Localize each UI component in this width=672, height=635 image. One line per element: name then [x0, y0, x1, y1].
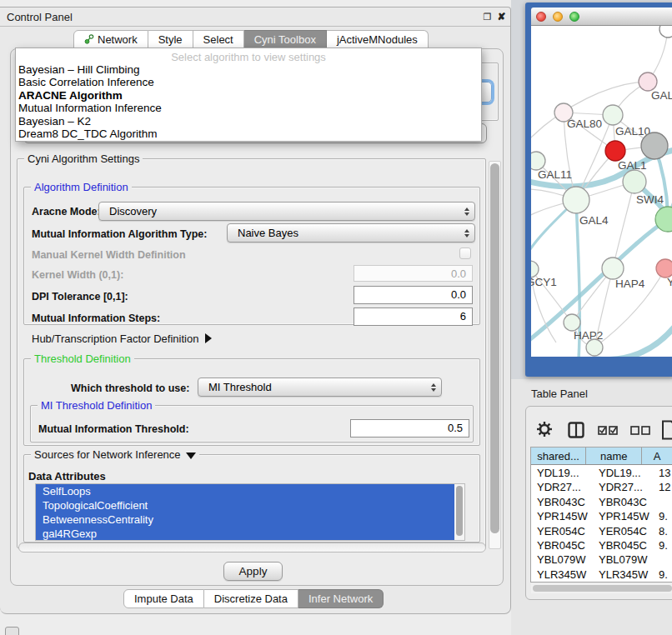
table-cell: YBR045C: [593, 538, 655, 552]
network-node-y[interactable]: [656, 259, 672, 278]
table-hscrollbar-thumb[interactable]: [533, 585, 672, 592]
control-panel-title: Control Panel: [7, 11, 73, 23]
tab-network[interactable]: Network: [73, 30, 148, 49]
network-node[interactable]: [586, 339, 603, 356]
dpi-tolerance-label: DPI Tolerance [0,1]:: [32, 291, 128, 302]
tab-cyni-toolbox[interactable]: Cyni Toolbox: [244, 30, 327, 49]
table-row[interactable]: YLR345WYLR345W9.: [531, 568, 672, 582]
gear-icon[interactable]: [537, 422, 552, 437]
data-attributes-list[interactable]: SelfLoopsTopologicalCoefficientBetweenne…: [35, 483, 465, 541]
mac-zoom-icon[interactable]: [569, 12, 579, 22]
column-header-shared[interactable]: shared...: [531, 448, 586, 464]
tab-discretize-data[interactable]: Discretize Data: [204, 589, 298, 608]
float-window-icon[interactable]: ❐: [482, 12, 493, 22]
settings-scrollbar-thumb[interactable]: [490, 163, 499, 533]
table-row[interactable]: YDR27...YDR27...12: [531, 480, 672, 494]
dpi-tolerance-field[interactable]: 0.0: [354, 286, 473, 304]
mac-minimize-icon[interactable]: [553, 12, 563, 22]
algorithm-popup-placeholder: Select algorithm to view settings: [16, 48, 481, 63]
kernel-width-label: Kernel Width (0,1):: [32, 269, 123, 281]
network-canvas[interactable]: GALGAL80GAL10GAL1GAL11SWI4GAL4GCY1HAP4YH…: [531, 26, 672, 357]
manual-kernel-label: Manual Kernel Width Definition: [32, 249, 186, 261]
algorithm-option[interactable]: ARACNE Algorithm: [16, 89, 481, 102]
kernel-width-field[interactable]: 0.0: [354, 265, 473, 282]
table-cell: 13: [655, 466, 672, 480]
table-row[interactable]: YDL19...YDL19...13: [531, 466, 672, 480]
table-cell: YBL079W: [531, 552, 593, 567]
network-edge[interactable]: [596, 322, 672, 357]
minimized-panel-chip[interactable]: [5, 627, 19, 635]
bottom-tabs: Impute DataDiscretize DataInfer Network: [123, 589, 384, 608]
table-row[interactable]: YPR145WYPR145W9.: [531, 509, 672, 523]
tab-infer-network[interactable]: Infer Network: [298, 589, 384, 608]
manual-kernel-checkbox[interactable]: [459, 248, 471, 259]
table-row[interactable]: YBR043CYBR043C: [531, 495, 672, 509]
table-cell: 8.: [655, 582, 672, 582]
attribute-item[interactable]: gal4RGexp: [36, 527, 455, 541]
network-node[interactable]: [659, 26, 672, 38]
mi-steps-label: Mutual Information Steps:: [32, 312, 160, 324]
table-cell: YBL079W: [593, 552, 655, 567]
tab-select[interactable]: Select: [193, 30, 244, 49]
column-header-name[interactable]: name: [586, 448, 642, 464]
document-icon[interactable]: [661, 420, 672, 440]
checked-boxes-icon[interactable]: [598, 426, 618, 436]
attribute-item[interactable]: SelfLoops: [36, 484, 455, 498]
tab-style[interactable]: Style: [148, 30, 193, 49]
attributes-scrollbar-thumb[interactable]: [456, 486, 463, 536]
algorithm-option[interactable]: Bayesian – Hill Climbing: [16, 63, 481, 76]
table-cell: 9.: [655, 509, 672, 523]
algorithm-option[interactable]: Bayesian – K2: [16, 115, 481, 128]
network-node-gal1[interactable]: [605, 141, 625, 161]
horizontal-scrollbar[interactable]: [18, 542, 486, 552]
tab-jactivemnodules[interactable]: jActiveMNodules: [327, 30, 429, 49]
table-row[interactable]: YIL052CYIL052C8.: [531, 582, 672, 582]
network-node-gal[interactable]: [639, 72, 657, 91]
table-row[interactable]: YBR045CYBR045C9.: [531, 538, 672, 552]
column-header-a[interactable]: A: [642, 448, 672, 464]
network-node-gal10[interactable]: [603, 105, 623, 125]
network-node-gal11[interactable]: [531, 152, 545, 170]
algorithm-option[interactable]: Mutual Information Inference: [16, 102, 481, 114]
combo-arrows-icon: [464, 229, 469, 238]
network-node-hap4[interactable]: [602, 258, 624, 279]
table-cell: 9.: [655, 568, 672, 582]
network-node-swi4[interactable]: [623, 170, 646, 193]
network-node-gal4[interactable]: [563, 187, 589, 213]
table-cell: YLR345W: [593, 568, 655, 582]
apply-button[interactable]: Apply: [223, 562, 283, 581]
which-threshold-combobox[interactable]: MI Threshold: [198, 378, 442, 397]
algorithm-option[interactable]: Dream8 DC_TDC Algorithm: [16, 128, 481, 140]
mi-threshold-definition-title: MI Threshold Definition: [38, 399, 155, 412]
close-window-icon[interactable]: ✘: [496, 12, 507, 22]
table-cell: [655, 552, 672, 567]
attribute-item[interactable]: BetweennessCentrality: [36, 512, 455, 527]
table-row[interactable]: YER054CYER054C8.: [531, 524, 672, 538]
columns-icon[interactable]: [568, 422, 584, 438]
mi-threshold-label: Mutual Information Threshold:: [38, 423, 189, 435]
algorithm-option[interactable]: Basic Correlation Inference: [16, 76, 481, 88]
table-cell: [655, 495, 672, 509]
mac-close-icon[interactable]: [536, 12, 546, 22]
table-cell: YER054C: [593, 524, 655, 538]
node-table[interactable]: shared...nameA YDL19...YDL19...13YDR27..…: [530, 447, 672, 582]
sources-title[interactable]: Sources for Network Inference: [31, 448, 199, 461]
mi-threshold-field[interactable]: 0.5: [350, 419, 469, 438]
network-node-gcy1[interactable]: [531, 261, 539, 278]
hub-definition-expander[interactable]: Hub/Transcription Factor Definition: [32, 332, 212, 345]
table-cell: 8.: [655, 524, 672, 538]
algorithm-definition-title: Algorithm Definition: [31, 181, 132, 193]
unchecked-boxes-icon[interactable]: [630, 426, 650, 436]
aracne-mode-value: Discovery: [109, 205, 157, 218]
mi-type-combobox[interactable]: Naive Bayes: [227, 223, 475, 242]
attribute-item[interactable]: TopologicalCoefficient: [36, 498, 455, 512]
table-row[interactable]: YBL079WYBL079W: [531, 552, 672, 567]
node-label: GAL11: [538, 168, 572, 181]
network-node-hap2[interactable]: [564, 314, 580, 331]
tab-impute-data[interactable]: Impute Data: [123, 589, 204, 608]
mi-steps-field[interactable]: 6: [354, 308, 473, 326]
network-node[interactable]: [641, 132, 668, 159]
aracne-mode-combobox[interactable]: Discovery: [98, 202, 475, 221]
which-threshold-label: Which threshold to use:: [71, 382, 189, 394]
node-label: HAP4: [615, 278, 645, 290]
